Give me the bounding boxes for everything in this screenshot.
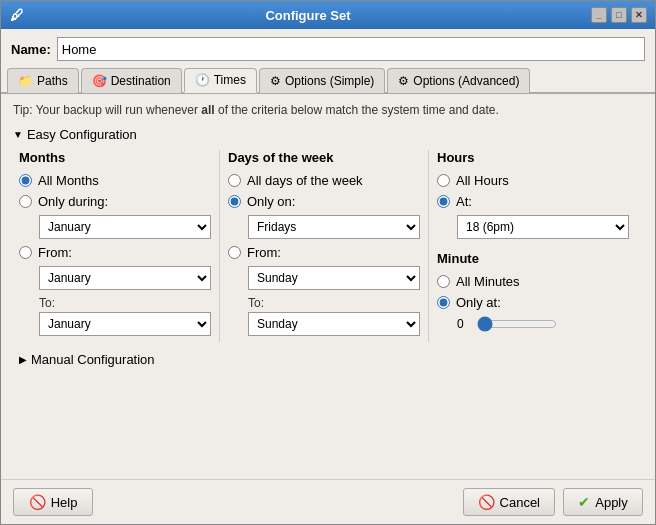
cancel-label: Cancel xyxy=(500,495,540,510)
days-all-radio-row: All days of the week xyxy=(228,173,420,188)
months-to-dropdown-row: JanuaryFebruaryMarch AprilMayJune JulyAu… xyxy=(39,312,211,336)
minute-only-at-radio-row: Only at: xyxy=(437,295,629,310)
all-months-label: All Months xyxy=(38,173,99,188)
months-title: Months xyxy=(19,150,211,165)
all-days-label: All days of the week xyxy=(247,173,363,188)
tab-destination-label: Destination xyxy=(111,74,171,88)
hours-all-radio-row: All Hours xyxy=(437,173,629,188)
hours-at-dropdown-row: 0 (12am)1 (1am)2 (2am) 3 (3am)4 (4am)5 (… xyxy=(457,215,629,239)
configure-set-window: 🖊 Configure Set _ □ ✕ Name: 📁 Paths 🎯 De… xyxy=(0,0,656,525)
all-months-radio[interactable] xyxy=(19,174,32,187)
easy-config-header[interactable]: ▼ Easy Configuration xyxy=(13,127,643,142)
tab-times-label: Times xyxy=(214,73,246,87)
days-from-label: From: xyxy=(247,245,281,260)
only-on-label: Only on: xyxy=(247,194,295,209)
easy-config-arrow-icon: ▼ xyxy=(13,129,23,140)
days-only-on-dropdown-row: MondaysTuesdaysWednesdays ThursdaysFrida… xyxy=(248,215,420,239)
months-column: Months All Months Only during: JanuaryFe… xyxy=(19,150,220,342)
footer-right-buttons: 🚫 Cancel ✔ Apply xyxy=(463,488,643,516)
tab-bar: 📁 Paths 🎯 Destination 🕐 Times ⚙ Options … xyxy=(1,67,655,94)
days-column: Days of the week All days of the week On… xyxy=(228,150,429,342)
window-title: Configure Set xyxy=(25,8,591,23)
minute-only-at-label: Only at: xyxy=(456,295,501,310)
help-icon: 🚫 xyxy=(29,494,46,510)
months-all-radio-row: All Months xyxy=(19,173,211,188)
apply-icon: ✔ xyxy=(578,494,590,510)
help-button[interactable]: 🚫 Help xyxy=(13,488,93,516)
tip-suffix: of the criteria below match the system t… xyxy=(215,103,499,117)
all-hours-radio[interactable] xyxy=(437,174,450,187)
titlebar: 🖊 Configure Set _ □ ✕ xyxy=(1,1,655,29)
months-from-radio-row: From: xyxy=(19,245,211,260)
months-to-label: To: xyxy=(39,296,211,310)
days-from-radio-row: From: xyxy=(228,245,420,260)
options-simple-icon: ⚙ xyxy=(270,74,281,88)
minute-slider-row: 0 xyxy=(457,316,629,332)
cancel-icon: 🚫 xyxy=(478,494,495,510)
months-to-select[interactable]: JanuaryFebruaryMarch AprilMayJune JulyAu… xyxy=(39,312,211,336)
days-from-radio[interactable] xyxy=(228,246,241,259)
hours-at-label: At: xyxy=(456,194,472,209)
hours-at-radio-row: At: xyxy=(437,194,629,209)
months-from-label: From: xyxy=(38,245,72,260)
days-from-select[interactable]: SundayMondayTuesday WednesdayThursdayFri… xyxy=(248,266,420,290)
times-icon: 🕐 xyxy=(195,73,210,87)
tab-times[interactable]: 🕐 Times xyxy=(184,68,257,93)
manual-config-arrow-icon: ▶ xyxy=(19,354,27,365)
app-icon: 🖊 xyxy=(9,7,25,23)
apply-button[interactable]: ✔ Apply xyxy=(563,488,643,516)
help-label: Help xyxy=(51,495,78,510)
months-only-during-radio-row: Only during: xyxy=(19,194,211,209)
minute-section: Minute All Minutes Only at: 0 xyxy=(437,251,629,332)
days-to-label: To: xyxy=(248,296,420,310)
apply-label: Apply xyxy=(595,495,628,510)
tab-options-advanced-label: Options (Advanced) xyxy=(413,74,519,88)
months-during-select[interactable]: JanuaryFebruaryMarch AprilMayJune JulyAu… xyxy=(39,215,211,239)
minimize-button[interactable]: _ xyxy=(591,7,607,23)
name-input[interactable] xyxy=(57,37,645,61)
tip-prefix: Tip: Your backup will run whenever xyxy=(13,103,201,117)
tip-text: Tip: Your backup will run whenever all o… xyxy=(13,102,643,119)
tab-destination[interactable]: 🎯 Destination xyxy=(81,68,182,93)
footer: 🚫 Help 🚫 Cancel ✔ Apply xyxy=(1,479,655,524)
all-minutes-label: All Minutes xyxy=(456,274,520,289)
only-during-label: Only during: xyxy=(38,194,108,209)
days-only-on-radio-row: Only on: xyxy=(228,194,420,209)
hours-title: Hours xyxy=(437,150,629,165)
months-from-select[interactable]: JanuaryFebruaryMarch AprilMayJune JulyAu… xyxy=(39,266,211,290)
tip-bold: all xyxy=(201,103,214,117)
minute-all-radio-row: All Minutes xyxy=(437,274,629,289)
months-from-dropdown-row: JanuaryFebruaryMarch AprilMayJune JulyAu… xyxy=(39,266,211,290)
options-advanced-icon: ⚙ xyxy=(398,74,409,88)
tab-options-advanced[interactable]: ⚙ Options (Advanced) xyxy=(387,68,530,93)
minute-value: 0 xyxy=(457,317,471,331)
only-on-radio[interactable] xyxy=(228,195,241,208)
all-minutes-radio[interactable] xyxy=(437,275,450,288)
hours-minute-column: Hours All Hours At: 0 (12am)1 (1am)2 (2a… xyxy=(437,150,637,342)
hours-at-radio[interactable] xyxy=(437,195,450,208)
window-controls: _ □ ✕ xyxy=(591,7,647,23)
tab-options-simple-label: Options (Simple) xyxy=(285,74,374,88)
days-to-dropdown-row: SundayMondayTuesday WednesdayThursdayFri… xyxy=(248,312,420,336)
name-row: Name: xyxy=(1,29,655,67)
destination-icon: 🎯 xyxy=(92,74,107,88)
tab-options-simple[interactable]: ⚙ Options (Simple) xyxy=(259,68,385,93)
name-label: Name: xyxy=(11,42,51,57)
maximize-button[interactable]: □ xyxy=(611,7,627,23)
close-button[interactable]: ✕ xyxy=(631,7,647,23)
days-only-on-select[interactable]: MondaysTuesdaysWednesdays ThursdaysFrida… xyxy=(248,215,420,239)
days-to-select[interactable]: SundayMondayTuesday WednesdayThursdayFri… xyxy=(248,312,420,336)
tab-paths[interactable]: 📁 Paths xyxy=(7,68,79,93)
all-days-radio[interactable] xyxy=(228,174,241,187)
cancel-button[interactable]: 🚫 Cancel xyxy=(463,488,555,516)
minute-only-at-radio[interactable] xyxy=(437,296,450,309)
columns-container: Months All Months Only during: JanuaryFe… xyxy=(13,150,643,342)
months-from-radio[interactable] xyxy=(19,246,32,259)
tab-content: Tip: Your backup will run whenever all o… xyxy=(1,94,655,479)
manual-config-header[interactable]: ▶ Manual Configuration xyxy=(13,352,643,367)
minute-slider[interactable] xyxy=(477,316,557,332)
days-title: Days of the week xyxy=(228,150,420,165)
only-during-radio[interactable] xyxy=(19,195,32,208)
hours-at-select[interactable]: 0 (12am)1 (1am)2 (2am) 3 (3am)4 (4am)5 (… xyxy=(457,215,629,239)
manual-config-label: Manual Configuration xyxy=(31,352,155,367)
